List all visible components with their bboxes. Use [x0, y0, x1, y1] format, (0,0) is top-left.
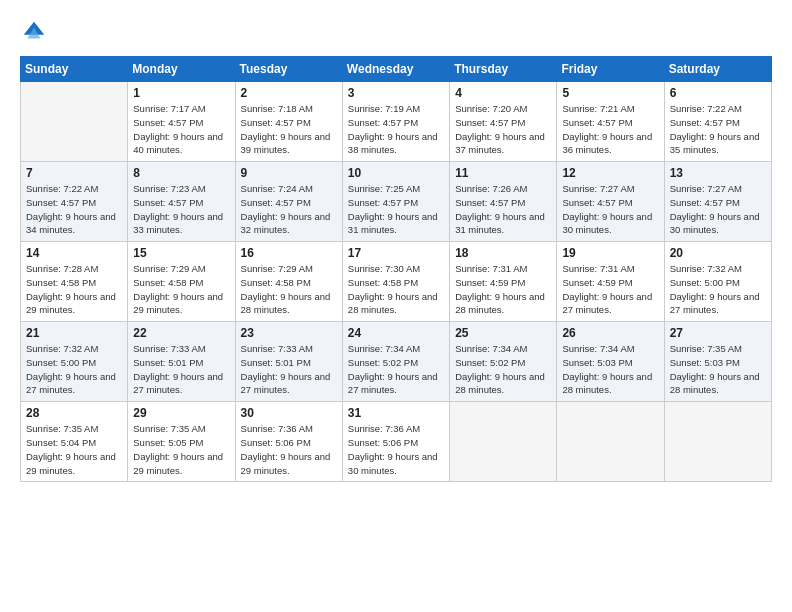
calendar-week-row: 14Sunrise: 7:28 AMSunset: 4:58 PMDayligh… — [21, 242, 772, 322]
calendar-cell — [21, 82, 128, 162]
day-info: Sunrise: 7:25 AMSunset: 4:57 PMDaylight:… — [348, 182, 444, 237]
day-number: 30 — [241, 406, 337, 420]
calendar-cell: 3Sunrise: 7:19 AMSunset: 4:57 PMDaylight… — [342, 82, 449, 162]
day-info: Sunrise: 7:35 AMSunset: 5:04 PMDaylight:… — [26, 422, 122, 477]
calendar-cell: 26Sunrise: 7:34 AMSunset: 5:03 PMDayligh… — [557, 322, 664, 402]
calendar-cell — [664, 402, 771, 482]
col-header-monday: Monday — [128, 57, 235, 82]
col-header-saturday: Saturday — [664, 57, 771, 82]
day-info: Sunrise: 7:30 AMSunset: 4:58 PMDaylight:… — [348, 262, 444, 317]
day-number: 7 — [26, 166, 122, 180]
day-info: Sunrise: 7:21 AMSunset: 4:57 PMDaylight:… — [562, 102, 658, 157]
day-number: 10 — [348, 166, 444, 180]
day-info: Sunrise: 7:34 AMSunset: 5:03 PMDaylight:… — [562, 342, 658, 397]
calendar-cell: 12Sunrise: 7:27 AMSunset: 4:57 PMDayligh… — [557, 162, 664, 242]
calendar-cell: 4Sunrise: 7:20 AMSunset: 4:57 PMDaylight… — [450, 82, 557, 162]
calendar-cell: 10Sunrise: 7:25 AMSunset: 4:57 PMDayligh… — [342, 162, 449, 242]
day-number: 13 — [670, 166, 766, 180]
day-number: 2 — [241, 86, 337, 100]
page: SundayMondayTuesdayWednesdayThursdayFrid… — [0, 0, 792, 612]
calendar-cell: 24Sunrise: 7:34 AMSunset: 5:02 PMDayligh… — [342, 322, 449, 402]
col-header-thursday: Thursday — [450, 57, 557, 82]
day-number: 15 — [133, 246, 229, 260]
day-info: Sunrise: 7:33 AMSunset: 5:01 PMDaylight:… — [133, 342, 229, 397]
day-info: Sunrise: 7:34 AMSunset: 5:02 PMDaylight:… — [455, 342, 551, 397]
day-info: Sunrise: 7:22 AMSunset: 4:57 PMDaylight:… — [26, 182, 122, 237]
calendar-cell — [557, 402, 664, 482]
day-info: Sunrise: 7:17 AMSunset: 4:57 PMDaylight:… — [133, 102, 229, 157]
day-info: Sunrise: 7:35 AMSunset: 5:03 PMDaylight:… — [670, 342, 766, 397]
day-info: Sunrise: 7:31 AMSunset: 4:59 PMDaylight:… — [455, 262, 551, 317]
col-header-wednesday: Wednesday — [342, 57, 449, 82]
calendar-week-row: 28Sunrise: 7:35 AMSunset: 5:04 PMDayligh… — [21, 402, 772, 482]
calendar-cell: 27Sunrise: 7:35 AMSunset: 5:03 PMDayligh… — [664, 322, 771, 402]
calendar-cell: 31Sunrise: 7:36 AMSunset: 5:06 PMDayligh… — [342, 402, 449, 482]
calendar-cell: 17Sunrise: 7:30 AMSunset: 4:58 PMDayligh… — [342, 242, 449, 322]
day-info: Sunrise: 7:29 AMSunset: 4:58 PMDaylight:… — [241, 262, 337, 317]
calendar-cell: 1Sunrise: 7:17 AMSunset: 4:57 PMDaylight… — [128, 82, 235, 162]
day-number: 6 — [670, 86, 766, 100]
calendar-week-row: 21Sunrise: 7:32 AMSunset: 5:00 PMDayligh… — [21, 322, 772, 402]
day-number: 8 — [133, 166, 229, 180]
day-number: 31 — [348, 406, 444, 420]
calendar-cell: 19Sunrise: 7:31 AMSunset: 4:59 PMDayligh… — [557, 242, 664, 322]
col-header-friday: Friday — [557, 57, 664, 82]
calendar-cell: 16Sunrise: 7:29 AMSunset: 4:58 PMDayligh… — [235, 242, 342, 322]
day-info: Sunrise: 7:24 AMSunset: 4:57 PMDaylight:… — [241, 182, 337, 237]
day-info: Sunrise: 7:26 AMSunset: 4:57 PMDaylight:… — [455, 182, 551, 237]
day-info: Sunrise: 7:32 AMSunset: 5:00 PMDaylight:… — [670, 262, 766, 317]
day-number: 5 — [562, 86, 658, 100]
day-number: 22 — [133, 326, 229, 340]
calendar-cell — [450, 402, 557, 482]
day-number: 19 — [562, 246, 658, 260]
calendar-cell: 20Sunrise: 7:32 AMSunset: 5:00 PMDayligh… — [664, 242, 771, 322]
calendar-cell: 15Sunrise: 7:29 AMSunset: 4:58 PMDayligh… — [128, 242, 235, 322]
day-number: 21 — [26, 326, 122, 340]
calendar-cell: 7Sunrise: 7:22 AMSunset: 4:57 PMDaylight… — [21, 162, 128, 242]
day-number: 27 — [670, 326, 766, 340]
day-info: Sunrise: 7:36 AMSunset: 5:06 PMDaylight:… — [348, 422, 444, 477]
day-number: 9 — [241, 166, 337, 180]
day-number: 11 — [455, 166, 551, 180]
day-number: 24 — [348, 326, 444, 340]
calendar-table: SundayMondayTuesdayWednesdayThursdayFrid… — [20, 56, 772, 482]
day-info: Sunrise: 7:18 AMSunset: 4:57 PMDaylight:… — [241, 102, 337, 157]
day-number: 17 — [348, 246, 444, 260]
calendar-cell: 14Sunrise: 7:28 AMSunset: 4:58 PMDayligh… — [21, 242, 128, 322]
calendar-cell: 13Sunrise: 7:27 AMSunset: 4:57 PMDayligh… — [664, 162, 771, 242]
col-header-tuesday: Tuesday — [235, 57, 342, 82]
day-number: 29 — [133, 406, 229, 420]
day-number: 18 — [455, 246, 551, 260]
day-info: Sunrise: 7:29 AMSunset: 4:58 PMDaylight:… — [133, 262, 229, 317]
calendar-cell: 25Sunrise: 7:34 AMSunset: 5:02 PMDayligh… — [450, 322, 557, 402]
day-number: 23 — [241, 326, 337, 340]
day-number: 1 — [133, 86, 229, 100]
day-info: Sunrise: 7:22 AMSunset: 4:57 PMDaylight:… — [670, 102, 766, 157]
day-number: 28 — [26, 406, 122, 420]
day-number: 3 — [348, 86, 444, 100]
calendar-body: 1Sunrise: 7:17 AMSunset: 4:57 PMDaylight… — [21, 82, 772, 482]
calendar-cell: 9Sunrise: 7:24 AMSunset: 4:57 PMDaylight… — [235, 162, 342, 242]
day-info: Sunrise: 7:19 AMSunset: 4:57 PMDaylight:… — [348, 102, 444, 157]
day-number: 20 — [670, 246, 766, 260]
day-info: Sunrise: 7:27 AMSunset: 4:57 PMDaylight:… — [670, 182, 766, 237]
col-header-sunday: Sunday — [21, 57, 128, 82]
day-info: Sunrise: 7:31 AMSunset: 4:59 PMDaylight:… — [562, 262, 658, 317]
day-number: 14 — [26, 246, 122, 260]
day-info: Sunrise: 7:35 AMSunset: 5:05 PMDaylight:… — [133, 422, 229, 477]
day-info: Sunrise: 7:34 AMSunset: 5:02 PMDaylight:… — [348, 342, 444, 397]
calendar-cell: 23Sunrise: 7:33 AMSunset: 5:01 PMDayligh… — [235, 322, 342, 402]
day-info: Sunrise: 7:32 AMSunset: 5:00 PMDaylight:… — [26, 342, 122, 397]
calendar-cell: 2Sunrise: 7:18 AMSunset: 4:57 PMDaylight… — [235, 82, 342, 162]
calendar-cell: 11Sunrise: 7:26 AMSunset: 4:57 PMDayligh… — [450, 162, 557, 242]
day-info: Sunrise: 7:20 AMSunset: 4:57 PMDaylight:… — [455, 102, 551, 157]
calendar-cell: 6Sunrise: 7:22 AMSunset: 4:57 PMDaylight… — [664, 82, 771, 162]
day-info: Sunrise: 7:28 AMSunset: 4:58 PMDaylight:… — [26, 262, 122, 317]
calendar-cell: 18Sunrise: 7:31 AMSunset: 4:59 PMDayligh… — [450, 242, 557, 322]
calendar-cell: 22Sunrise: 7:33 AMSunset: 5:01 PMDayligh… — [128, 322, 235, 402]
day-number: 25 — [455, 326, 551, 340]
day-number: 12 — [562, 166, 658, 180]
day-info: Sunrise: 7:23 AMSunset: 4:57 PMDaylight:… — [133, 182, 229, 237]
day-number: 26 — [562, 326, 658, 340]
day-info: Sunrise: 7:27 AMSunset: 4:57 PMDaylight:… — [562, 182, 658, 237]
